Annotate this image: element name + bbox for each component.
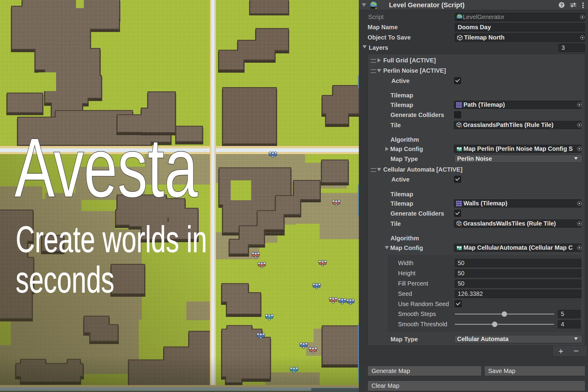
svg-text:Create worlds in: Create worlds in: [16, 219, 207, 260]
svg-text:Avesta: Avesta: [14, 121, 198, 214]
svg-text:seconds: seconds: [16, 259, 114, 301]
